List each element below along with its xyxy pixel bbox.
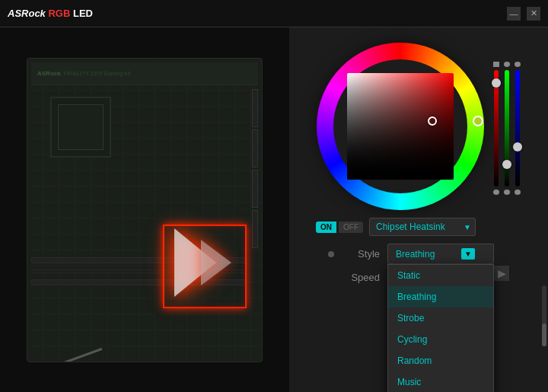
blue-slider-top[interactable] <box>515 62 521 67</box>
zone-dropdown[interactable]: Chipset Heatsink Audio LED RGB Header ▼ <box>369 218 476 236</box>
toggle-zone-row: ON OFF Chipset Heatsink Audio LED RGB He… <box>316 218 521 236</box>
red-slider-group <box>493 62 499 195</box>
green-slider-bottom[interactable] <box>504 190 510 195</box>
cpu-socket <box>50 97 111 158</box>
red-slider-track[interactable] <box>494 70 499 186</box>
memory-slots <box>252 89 258 248</box>
motherboard: ASRock FATAL1TY Z370 Gaming K6 <box>27 58 263 362</box>
mb-brand: ASRock <box>37 70 61 77</box>
scrollbar[interactable] <box>542 285 546 346</box>
zone-select[interactable]: Chipset Heatsink Audio LED RGB Header <box>369 218 476 236</box>
green-slider-group <box>504 62 510 195</box>
green-slider-top[interactable] <box>504 62 510 67</box>
wheel-cursor[interactable] <box>473 116 483 126</box>
color-wheel-container[interactable] <box>317 43 484 210</box>
minimize-button[interactable]: — <box>507 7 521 21</box>
blue-thumb[interactable] <box>513 142 522 151</box>
blue-slider-group <box>515 62 521 195</box>
motherboard-area: ASRock FATAL1TY Z370 Gaming K6 <box>0 27 289 392</box>
blue-slider-bottom[interactable] <box>515 190 521 195</box>
audio-cable <box>59 347 102 362</box>
speed-end-button[interactable]: ▶ <box>494 266 509 281</box>
color-wheel-inner <box>333 59 467 193</box>
mb-top-area: ASRock FATAL1TY Z370 Gaming K6 <box>31 62 258 85</box>
toggle-on-button[interactable]: ON <box>316 221 336 233</box>
close-button[interactable]: ✕ <box>527 7 540 21</box>
blue-slider-track[interactable] <box>515 70 520 186</box>
pch-heatsink <box>163 225 239 301</box>
style-row: Style Breathing ▼ Static Breathing Strob… <box>328 244 509 264</box>
red-thumb[interactable] <box>492 78 501 88</box>
title-left: ASRock RGB LED <box>8 8 93 19</box>
right-panel: ON OFF Chipset Heatsink Audio LED RGB He… <box>289 27 548 392</box>
color-wheel[interactable] <box>317 43 484 210</box>
style-dropdown-arrow-icon: ▼ <box>461 248 475 260</box>
style-dropdown-menu[interactable]: Static Breathing Strobe Cycling Random M… <box>387 264 494 392</box>
scrollbar-thumb[interactable] <box>542 323 546 346</box>
color-picker-box[interactable] <box>347 73 454 180</box>
main-content: ASRock FATAL1TY Z370 Gaming K6 <box>0 27 548 392</box>
style-label: Style <box>342 248 380 260</box>
dropdown-item-static[interactable]: Static <box>388 265 493 286</box>
green-slider-track[interactable] <box>505 70 509 186</box>
dropdown-item-breathing[interactable]: Breathing <box>388 286 493 308</box>
picker-cursor[interactable] <box>428 116 437 126</box>
mb-model: FATAL1TY Z370 Gaming K6 <box>64 71 131 76</box>
rgb-sliders <box>493 62 521 199</box>
dropdown-item-random[interactable]: Random <box>388 350 493 371</box>
style-select-button[interactable]: Breathing ▼ <box>387 244 494 264</box>
dropdown-item-music[interactable]: Music <box>388 371 493 392</box>
window-controls: — ✕ <box>507 7 540 21</box>
style-dot <box>328 251 334 257</box>
style-dropdown[interactable]: Breathing ▼ Static Breathing Strobe Cycl… <box>387 244 494 264</box>
red-slider-bottom[interactable] <box>493 190 499 195</box>
toggle-off-button[interactable]: OFF <box>339 221 363 233</box>
green-thumb[interactable] <box>502 160 511 169</box>
dropdown-item-cycling[interactable]: Cycling <box>388 329 493 350</box>
toggle-switch[interactable]: ON OFF <box>316 221 363 233</box>
red-slider-thumb[interactable] <box>493 62 499 67</box>
color-controls <box>317 43 521 218</box>
dropdown-item-strobe[interactable]: Strobe <box>388 308 493 329</box>
title-bar: ASRock RGB LED — ✕ <box>0 0 548 27</box>
speed-label: Speed <box>342 272 380 283</box>
heatsink-arrow <box>167 228 235 297</box>
app-logo: ASRock RGB LED <box>8 8 93 19</box>
style-current-value: Breathing <box>396 249 435 260</box>
mb-inner: ASRock FATAL1TY Z370 Gaming K6 <box>27 59 262 362</box>
